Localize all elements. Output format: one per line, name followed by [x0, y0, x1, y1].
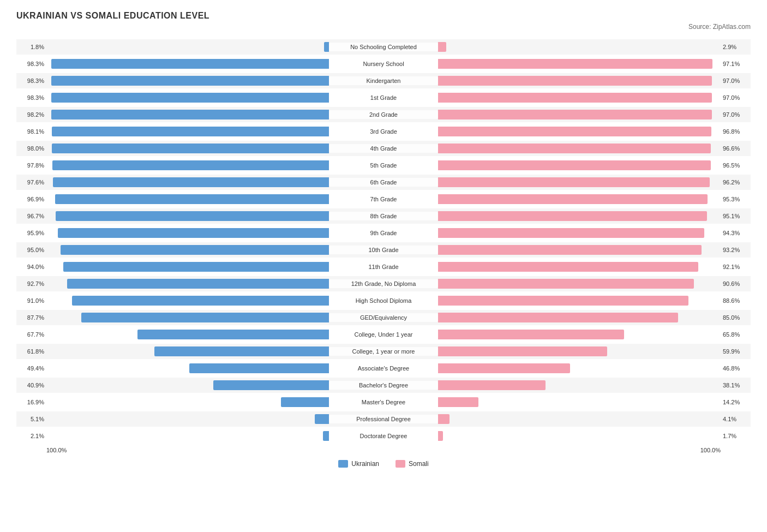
education-level-label: Professional Degree	[329, 415, 438, 423]
left-value-label: 94.0%	[16, 264, 46, 270]
education-level-label: 9th Grade	[329, 229, 438, 237]
bar-row: 61.8%College, 1 year or more59.9%	[16, 344, 751, 359]
somali-bar	[438, 127, 711, 136]
somali-bar	[438, 245, 702, 255]
left-value-label: 96.7%	[16, 213, 46, 219]
right-bar-container	[438, 228, 721, 238]
left-value-label: 95.9%	[16, 230, 46, 236]
source-label: Source: ZipAtlas.com	[16, 23, 751, 31]
right-value-label: 97.0%	[721, 77, 751, 84]
education-level-label: College, 1 year or more	[329, 347, 438, 356]
education-level-label: Master's Degree	[329, 398, 438, 407]
right-value-label: 88.6%	[721, 297, 751, 304]
education-level-label: No Schooling Completed	[329, 43, 438, 51]
somali-bar	[438, 177, 710, 187]
left-value-label: 5.1%	[16, 416, 46, 422]
left-bar-container	[46, 313, 329, 322]
right-bar-container	[438, 397, 721, 407]
right-value-label: 38.1%	[721, 382, 751, 388]
bar-row: 95.9%9th Grade94.3%	[16, 225, 751, 241]
somali-bar	[438, 431, 443, 441]
somali-bar	[438, 211, 707, 221]
right-bar-container	[438, 177, 721, 187]
somali-bar	[438, 380, 546, 390]
bar-row: 98.3%Kindergarten97.0%	[16, 73, 751, 88]
left-value-label: 49.4%	[16, 365, 46, 372]
right-bar-container	[438, 363, 721, 373]
right-value-label: 96.8%	[721, 128, 751, 135]
legend-ukrainian: Ukrainian	[338, 460, 379, 468]
right-bar-container	[438, 346, 721, 356]
education-level-label: 7th Grade	[329, 195, 438, 204]
right-value-label: 96.5%	[721, 162, 751, 169]
right-bar-container	[438, 127, 721, 136]
somali-bar	[438, 194, 708, 204]
left-value-label: 98.3%	[16, 94, 46, 101]
right-value-label: 92.1%	[721, 264, 751, 270]
left-bar-container	[46, 431, 329, 441]
somali-bar	[438, 110, 712, 119]
bar-row: 96.7%8th Grade95.1%	[16, 208, 751, 224]
right-bar-container	[438, 330, 721, 339]
education-level-label: 12th Grade, No Diploma	[329, 279, 438, 288]
left-bar-container	[46, 144, 329, 153]
right-bar-container	[438, 194, 721, 204]
left-bar-container	[46, 296, 329, 306]
right-value-label: 93.2%	[721, 247, 751, 253]
left-bar-container	[46, 76, 329, 86]
ukrainian-bar	[51, 59, 329, 69]
bottom-labels: 100.0% 100.0%	[16, 447, 751, 453]
somali-bar	[438, 160, 711, 170]
ukrainian-bar	[51, 110, 329, 119]
right-bar-container	[438, 380, 721, 390]
somali-bar	[438, 279, 694, 289]
left-bar-container	[46, 93, 329, 103]
ukrainian-bar	[53, 177, 329, 187]
somali-bar	[438, 330, 624, 339]
left-value-label: 61.8%	[16, 348, 46, 355]
education-level-label: GED/Equivalency	[329, 313, 438, 322]
left-value-label: 98.1%	[16, 128, 46, 135]
right-bar-container	[438, 93, 721, 103]
somali-bar	[438, 346, 607, 356]
right-value-label: 65.8%	[721, 331, 751, 338]
ukrainian-bar	[52, 127, 329, 136]
left-value-label: 40.9%	[16, 382, 46, 388]
bar-row: 40.9%Bachelor's Degree38.1%	[16, 378, 751, 393]
somali-bar	[438, 228, 704, 238]
somali-bar	[438, 59, 712, 69]
bar-row: 91.0%High School Diploma88.6%	[16, 293, 751, 308]
left-value-label: 97.6%	[16, 179, 46, 186]
left-bar-container	[46, 228, 329, 238]
bar-row: 98.0%4th Grade96.6%	[16, 141, 751, 156]
left-value-label: 16.9%	[16, 399, 46, 405]
right-bar-container	[438, 144, 721, 153]
bar-row: 16.9%Master's Degree14.2%	[16, 394, 751, 410]
somali-bar	[438, 414, 450, 424]
somali-bar	[438, 262, 698, 272]
education-level-label: 4th Grade	[329, 144, 438, 153]
bar-row: 2.1%Doctorate Degree1.7%	[16, 428, 751, 444]
bar-row: 96.9%7th Grade95.3%	[16, 192, 751, 207]
legend-somali-label: Somali	[409, 460, 429, 468]
bar-row: 94.0%11th Grade92.1%	[16, 259, 751, 274]
left-bar-container	[46, 346, 329, 356]
education-level-label: Bachelor's Degree	[329, 381, 438, 390]
left-bar-container	[46, 110, 329, 119]
ukrainian-bar	[137, 330, 329, 339]
education-level-label: 1st Grade	[329, 93, 438, 102]
legend-ukrainian-label: Ukrainian	[351, 460, 379, 468]
right-value-label: 90.6%	[721, 280, 751, 287]
ukrainian-bar	[51, 93, 329, 103]
ukrainian-bar	[189, 363, 329, 373]
bar-row: 97.6%6th Grade96.2%	[16, 175, 751, 190]
bar-row: 1.8%No Schooling Completed2.9%	[16, 39, 751, 55]
left-bar-container	[46, 59, 329, 69]
left-value-label: 98.3%	[16, 77, 46, 84]
left-bar-container	[46, 245, 329, 255]
left-value-label: 92.7%	[16, 280, 46, 287]
left-bar-container	[46, 211, 329, 221]
left-bar-container	[46, 397, 329, 407]
left-value-label: 2.1%	[16, 433, 46, 439]
left-bar-container	[46, 127, 329, 136]
